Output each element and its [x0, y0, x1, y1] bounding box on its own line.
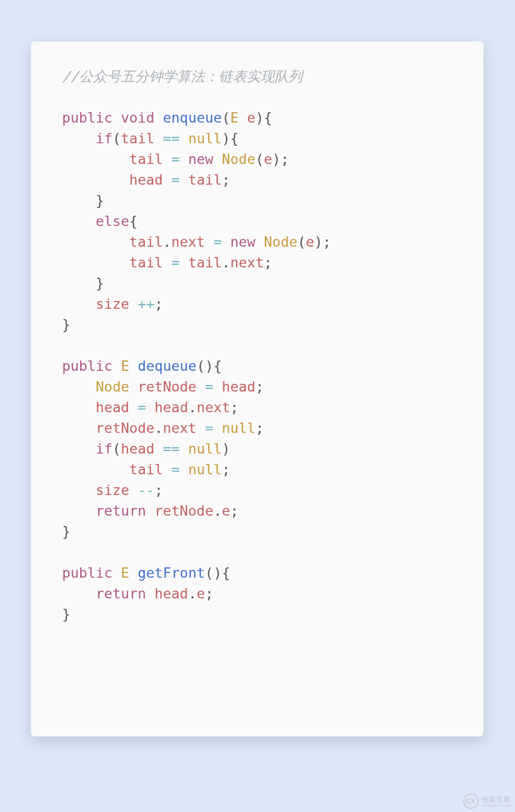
watermark-text: 创新互联 CDXWCX.COM: [482, 795, 511, 808]
code-card: //公众号五分钟学算法：链表实现队列 public void enqueue(E…: [31, 41, 483, 736]
code-comment: //公众号五分钟学算法：链表实现队列: [62, 68, 302, 84]
code-block: //公众号五分钟学算法：链表实现队列 public void enqueue(E…: [31, 66, 483, 625]
watermark-sub: CDXWCX.COM: [482, 803, 511, 808]
watermark-icon: CX: [463, 793, 479, 809]
watermark: CX 创新互联 CDXWCX.COM: [463, 793, 511, 809]
watermark-brand: 创新互联: [482, 795, 511, 803]
